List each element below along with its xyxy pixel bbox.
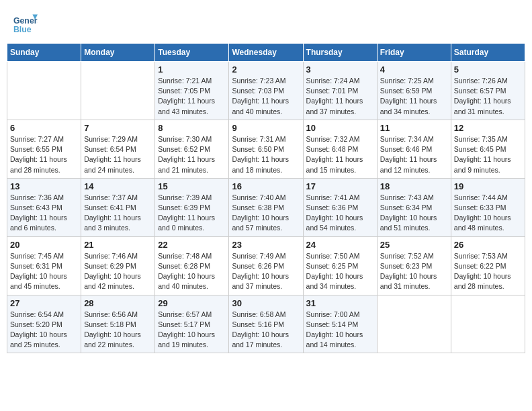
- day-info: Sunrise: 7:23 AM Sunset: 7:03 PM Dayligh…: [232, 76, 300, 117]
- day-number: 18: [380, 181, 448, 191]
- day-number: 8: [158, 123, 226, 133]
- day-number: 28: [84, 298, 152, 308]
- calendar-cell: 8Sunrise: 7:30 AM Sunset: 6:52 PM Daylig…: [155, 120, 229, 178]
- day-number: 11: [380, 123, 448, 133]
- day-number: 27: [10, 298, 78, 308]
- calendar-cell: 6Sunrise: 7:27 AM Sunset: 6:55 PM Daylig…: [7, 120, 81, 178]
- day-info: Sunrise: 7:46 AM Sunset: 6:29 PM Dayligh…: [84, 251, 152, 292]
- day-number: 15: [158, 181, 226, 191]
- day-number: 4: [380, 64, 448, 75]
- calendar-cell: 26Sunrise: 7:53 AM Sunset: 6:22 PM Dayli…: [451, 236, 525, 295]
- day-number: 5: [454, 64, 522, 75]
- day-number: 23: [232, 240, 300, 250]
- day-info: Sunrise: 7:52 AM Sunset: 6:23 PM Dayligh…: [380, 251, 448, 292]
- calendar-cell: [7, 62, 81, 120]
- column-header-sunday: Sunday: [7, 44, 81, 62]
- day-number: 26: [454, 240, 522, 250]
- day-info: Sunrise: 7:49 AM Sunset: 6:26 PM Dayligh…: [232, 251, 300, 292]
- calendar-cell: 13Sunrise: 7:36 AM Sunset: 6:43 PM Dayli…: [7, 178, 81, 236]
- day-number: 17: [306, 181, 374, 191]
- day-info: Sunrise: 7:00 AM Sunset: 5:14 PM Dayligh…: [306, 310, 374, 351]
- day-info: Sunrise: 7:41 AM Sunset: 6:36 PM Dayligh…: [306, 193, 374, 234]
- logo: General Blue: [12, 9, 40, 35]
- day-info: Sunrise: 7:27 AM Sunset: 6:55 PM Dayligh…: [10, 134, 78, 175]
- day-info: Sunrise: 6:56 AM Sunset: 5:18 PM Dayligh…: [84, 310, 152, 351]
- calendar-cell: 29Sunrise: 6:57 AM Sunset: 5:17 PM Dayli…: [155, 295, 229, 353]
- column-header-wednesday: Wednesday: [229, 44, 303, 62]
- svg-text:Blue: Blue: [13, 25, 32, 34]
- calendar-body: 1Sunrise: 7:21 AM Sunset: 7:05 PM Daylig…: [7, 62, 525, 353]
- day-info: Sunrise: 7:30 AM Sunset: 6:52 PM Dayligh…: [158, 134, 226, 175]
- calendar-cell: 12Sunrise: 7:35 AM Sunset: 6:45 PM Dayli…: [451, 120, 525, 178]
- calendar-week-5: 27Sunrise: 6:54 AM Sunset: 5:20 PM Dayli…: [7, 295, 525, 353]
- column-header-monday: Monday: [81, 44, 155, 62]
- column-header-thursday: Thursday: [303, 44, 377, 62]
- day-number: 21: [84, 240, 152, 250]
- day-info: Sunrise: 7:36 AM Sunset: 6:43 PM Dayligh…: [10, 193, 78, 234]
- day-number: 13: [10, 181, 78, 191]
- calendar-cell: 14Sunrise: 7:37 AM Sunset: 6:41 PM Dayli…: [81, 178, 155, 236]
- day-number: 20: [10, 240, 78, 250]
- day-info: Sunrise: 6:58 AM Sunset: 5:16 PM Dayligh…: [232, 310, 300, 351]
- calendar-week-4: 20Sunrise: 7:45 AM Sunset: 6:31 PM Dayli…: [7, 236, 525, 295]
- day-info: Sunrise: 7:39 AM Sunset: 6:39 PM Dayligh…: [158, 193, 226, 234]
- day-info: Sunrise: 7:26 AM Sunset: 6:57 PM Dayligh…: [454, 76, 522, 117]
- day-info: Sunrise: 7:25 AM Sunset: 6:59 PM Dayligh…: [380, 76, 448, 117]
- day-info: Sunrise: 7:24 AM Sunset: 7:01 PM Dayligh…: [306, 76, 374, 117]
- calendar-cell: 21Sunrise: 7:46 AM Sunset: 6:29 PM Dayli…: [81, 236, 155, 295]
- day-number: 10: [306, 123, 374, 133]
- day-number: 19: [454, 181, 522, 191]
- calendar-cell: 22Sunrise: 7:48 AM Sunset: 6:28 PM Dayli…: [155, 236, 229, 295]
- calendar-cell: 3Sunrise: 7:24 AM Sunset: 7:01 PM Daylig…: [303, 62, 377, 120]
- day-number: 3: [306, 64, 374, 75]
- calendar-table: SundayMondayTuesdayWednesdayThursdayFrid…: [7, 43, 525, 353]
- calendar-cell: 27Sunrise: 6:54 AM Sunset: 5:20 PM Dayli…: [7, 295, 81, 353]
- calendar-cell: 23Sunrise: 7:49 AM Sunset: 6:26 PM Dayli…: [229, 236, 303, 295]
- day-number: 30: [232, 298, 300, 308]
- day-number: 12: [454, 123, 522, 133]
- day-info: Sunrise: 6:57 AM Sunset: 5:17 PM Dayligh…: [158, 310, 226, 351]
- day-number: 24: [306, 240, 374, 250]
- day-info: Sunrise: 7:45 AM Sunset: 6:31 PM Dayligh…: [10, 251, 78, 292]
- calendar-cell: 18Sunrise: 7:43 AM Sunset: 6:34 PM Dayli…: [377, 178, 451, 236]
- calendar-cell: 19Sunrise: 7:44 AM Sunset: 6:33 PM Dayli…: [451, 178, 525, 236]
- day-info: Sunrise: 7:43 AM Sunset: 6:34 PM Dayligh…: [380, 193, 448, 234]
- calendar-cell: 31Sunrise: 7:00 AM Sunset: 5:14 PM Dayli…: [303, 295, 377, 353]
- calendar-cell: 11Sunrise: 7:34 AM Sunset: 6:46 PM Dayli…: [377, 120, 451, 178]
- day-info: Sunrise: 7:53 AM Sunset: 6:22 PM Dayligh…: [454, 251, 522, 292]
- calendar-week-2: 6Sunrise: 7:27 AM Sunset: 6:55 PM Daylig…: [7, 120, 525, 178]
- calendar-cell: 5Sunrise: 7:26 AM Sunset: 6:57 PM Daylig…: [451, 62, 525, 120]
- day-number: 31: [306, 298, 374, 308]
- calendar-cell: 4Sunrise: 7:25 AM Sunset: 6:59 PM Daylig…: [377, 62, 451, 120]
- svg-text:General: General: [13, 16, 38, 26]
- day-info: Sunrise: 7:34 AM Sunset: 6:46 PM Dayligh…: [380, 134, 448, 175]
- day-number: 22: [158, 240, 226, 250]
- calendar-cell: 20Sunrise: 7:45 AM Sunset: 6:31 PM Dayli…: [7, 236, 81, 295]
- day-number: 2: [232, 64, 300, 75]
- day-info: Sunrise: 7:32 AM Sunset: 6:48 PM Dayligh…: [306, 134, 374, 175]
- day-number: 14: [84, 181, 152, 191]
- calendar-cell: [451, 295, 525, 353]
- day-info: Sunrise: 6:54 AM Sunset: 5:20 PM Dayligh…: [10, 310, 78, 351]
- calendar-cell: 7Sunrise: 7:29 AM Sunset: 6:54 PM Daylig…: [81, 120, 155, 178]
- calendar-week-3: 13Sunrise: 7:36 AM Sunset: 6:43 PM Dayli…: [7, 178, 525, 236]
- day-info: Sunrise: 7:29 AM Sunset: 6:54 PM Dayligh…: [84, 134, 152, 175]
- calendar-cell: 2Sunrise: 7:23 AM Sunset: 7:03 PM Daylig…: [229, 62, 303, 120]
- day-number: 1: [158, 64, 226, 75]
- calendar-cell: 10Sunrise: 7:32 AM Sunset: 6:48 PM Dayli…: [303, 120, 377, 178]
- calendar-cell: 15Sunrise: 7:39 AM Sunset: 6:39 PM Dayli…: [155, 178, 229, 236]
- calendar-week-1: 1Sunrise: 7:21 AM Sunset: 7:05 PM Daylig…: [7, 62, 525, 120]
- day-number: 7: [84, 123, 152, 133]
- calendar-cell: 24Sunrise: 7:50 AM Sunset: 6:25 PM Dayli…: [303, 236, 377, 295]
- logo-icon: General Blue: [12, 9, 38, 35]
- day-info: Sunrise: 7:48 AM Sunset: 6:28 PM Dayligh…: [158, 251, 226, 292]
- column-header-friday: Friday: [377, 44, 451, 62]
- calendar-cell: 1Sunrise: 7:21 AM Sunset: 7:05 PM Daylig…: [155, 62, 229, 120]
- day-number: 6: [10, 123, 78, 133]
- day-info: Sunrise: 7:44 AM Sunset: 6:33 PM Dayligh…: [454, 193, 522, 234]
- column-header-tuesday: Tuesday: [155, 44, 229, 62]
- calendar-cell: 9Sunrise: 7:31 AM Sunset: 6:50 PM Daylig…: [229, 120, 303, 178]
- calendar-cell: [81, 62, 155, 120]
- calendar-cell: 30Sunrise: 6:58 AM Sunset: 5:16 PM Dayli…: [229, 295, 303, 353]
- day-info: Sunrise: 7:37 AM Sunset: 6:41 PM Dayligh…: [84, 193, 152, 234]
